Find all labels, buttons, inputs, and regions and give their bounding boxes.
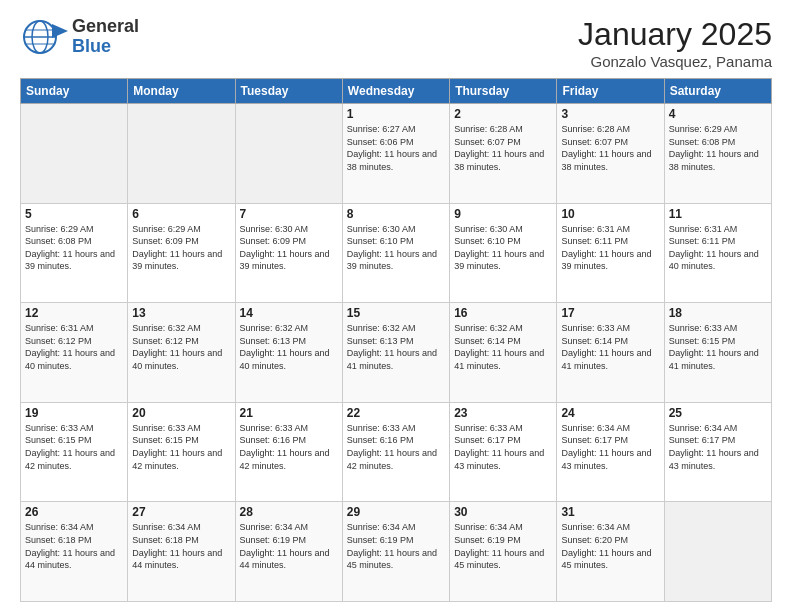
day-number: 24 xyxy=(561,406,659,420)
calendar-week-row: 12Sunrise: 6:31 AMSunset: 6:12 PMDayligh… xyxy=(21,303,772,403)
day-info: Sunrise: 6:32 AMSunset: 6:13 PMDaylight:… xyxy=(347,322,445,372)
day-info: Sunrise: 6:34 AMSunset: 6:20 PMDaylight:… xyxy=(561,521,659,571)
table-row: 14Sunrise: 6:32 AMSunset: 6:13 PMDayligh… xyxy=(235,303,342,403)
day-number: 8 xyxy=(347,207,445,221)
day-number: 30 xyxy=(454,505,552,519)
day-info: Sunrise: 6:32 AMSunset: 6:14 PMDaylight:… xyxy=(454,322,552,372)
day-number: 20 xyxy=(132,406,230,420)
logo-blue: Blue xyxy=(72,37,139,57)
logo-text: General Blue xyxy=(72,17,139,57)
page: General Blue January 2025 Gonzalo Vasque… xyxy=(0,0,792,612)
day-number: 27 xyxy=(132,505,230,519)
day-number: 1 xyxy=(347,107,445,121)
day-number: 6 xyxy=(132,207,230,221)
title-block: January 2025 Gonzalo Vasquez, Panama xyxy=(578,16,772,70)
day-info: Sunrise: 6:29 AMSunset: 6:08 PMDaylight:… xyxy=(25,223,123,273)
day-info: Sunrise: 6:29 AMSunset: 6:08 PMDaylight:… xyxy=(669,123,767,173)
day-number: 2 xyxy=(454,107,552,121)
month-title: January 2025 xyxy=(578,16,772,53)
table-row: 9Sunrise: 6:30 AMSunset: 6:10 PMDaylight… xyxy=(450,203,557,303)
table-row: 20Sunrise: 6:33 AMSunset: 6:15 PMDayligh… xyxy=(128,402,235,502)
day-number: 11 xyxy=(669,207,767,221)
day-info: Sunrise: 6:34 AMSunset: 6:17 PMDaylight:… xyxy=(669,422,767,472)
day-info: Sunrise: 6:34 AMSunset: 6:19 PMDaylight:… xyxy=(240,521,338,571)
table-row: 13Sunrise: 6:32 AMSunset: 6:12 PMDayligh… xyxy=(128,303,235,403)
table-row: 23Sunrise: 6:33 AMSunset: 6:17 PMDayligh… xyxy=(450,402,557,502)
day-number: 10 xyxy=(561,207,659,221)
location-subtitle: Gonzalo Vasquez, Panama xyxy=(578,53,772,70)
day-number: 26 xyxy=(25,505,123,519)
day-number: 5 xyxy=(25,207,123,221)
table-row: 7Sunrise: 6:30 AMSunset: 6:09 PMDaylight… xyxy=(235,203,342,303)
day-number: 12 xyxy=(25,306,123,320)
day-info: Sunrise: 6:34 AMSunset: 6:18 PMDaylight:… xyxy=(25,521,123,571)
day-info: Sunrise: 6:33 AMSunset: 6:15 PMDaylight:… xyxy=(132,422,230,472)
day-info: Sunrise: 6:30 AMSunset: 6:09 PMDaylight:… xyxy=(240,223,338,273)
table-row: 17Sunrise: 6:33 AMSunset: 6:14 PMDayligh… xyxy=(557,303,664,403)
table-row: 3Sunrise: 6:28 AMSunset: 6:07 PMDaylight… xyxy=(557,104,664,204)
table-row: 6Sunrise: 6:29 AMSunset: 6:09 PMDaylight… xyxy=(128,203,235,303)
day-info: Sunrise: 6:34 AMSunset: 6:19 PMDaylight:… xyxy=(454,521,552,571)
calendar-week-row: 5Sunrise: 6:29 AMSunset: 6:08 PMDaylight… xyxy=(21,203,772,303)
day-number: 17 xyxy=(561,306,659,320)
day-info: Sunrise: 6:32 AMSunset: 6:13 PMDaylight:… xyxy=(240,322,338,372)
day-info: Sunrise: 6:34 AMSunset: 6:17 PMDaylight:… xyxy=(561,422,659,472)
day-number: 16 xyxy=(454,306,552,320)
table-row xyxy=(664,502,771,602)
calendar-week-row: 1Sunrise: 6:27 AMSunset: 6:06 PMDaylight… xyxy=(21,104,772,204)
table-row: 22Sunrise: 6:33 AMSunset: 6:16 PMDayligh… xyxy=(342,402,449,502)
weekday-header-row: Sunday Monday Tuesday Wednesday Thursday… xyxy=(21,79,772,104)
svg-marker-5 xyxy=(52,24,68,38)
day-info: Sunrise: 6:33 AMSunset: 6:16 PMDaylight:… xyxy=(347,422,445,472)
day-number: 21 xyxy=(240,406,338,420)
day-number: 18 xyxy=(669,306,767,320)
table-row: 24Sunrise: 6:34 AMSunset: 6:17 PMDayligh… xyxy=(557,402,664,502)
day-number: 4 xyxy=(669,107,767,121)
day-info: Sunrise: 6:33 AMSunset: 6:14 PMDaylight:… xyxy=(561,322,659,372)
table-row: 26Sunrise: 6:34 AMSunset: 6:18 PMDayligh… xyxy=(21,502,128,602)
day-number: 29 xyxy=(347,505,445,519)
day-number: 3 xyxy=(561,107,659,121)
day-info: Sunrise: 6:30 AMSunset: 6:10 PMDaylight:… xyxy=(454,223,552,273)
day-info: Sunrise: 6:28 AMSunset: 6:07 PMDaylight:… xyxy=(454,123,552,173)
day-number: 28 xyxy=(240,505,338,519)
day-info: Sunrise: 6:31 AMSunset: 6:12 PMDaylight:… xyxy=(25,322,123,372)
table-row: 21Sunrise: 6:33 AMSunset: 6:16 PMDayligh… xyxy=(235,402,342,502)
table-row xyxy=(235,104,342,204)
table-row: 11Sunrise: 6:31 AMSunset: 6:11 PMDayligh… xyxy=(664,203,771,303)
header-friday: Friday xyxy=(557,79,664,104)
day-info: Sunrise: 6:31 AMSunset: 6:11 PMDaylight:… xyxy=(669,223,767,273)
day-info: Sunrise: 6:31 AMSunset: 6:11 PMDaylight:… xyxy=(561,223,659,273)
table-row: 25Sunrise: 6:34 AMSunset: 6:17 PMDayligh… xyxy=(664,402,771,502)
table-row xyxy=(128,104,235,204)
table-row: 16Sunrise: 6:32 AMSunset: 6:14 PMDayligh… xyxy=(450,303,557,403)
table-row: 27Sunrise: 6:34 AMSunset: 6:18 PMDayligh… xyxy=(128,502,235,602)
header-monday: Monday xyxy=(128,79,235,104)
day-info: Sunrise: 6:33 AMSunset: 6:15 PMDaylight:… xyxy=(669,322,767,372)
table-row: 30Sunrise: 6:34 AMSunset: 6:19 PMDayligh… xyxy=(450,502,557,602)
header-thursday: Thursday xyxy=(450,79,557,104)
logo: General Blue xyxy=(20,16,139,58)
day-info: Sunrise: 6:27 AMSunset: 6:06 PMDaylight:… xyxy=(347,123,445,173)
header-wednesday: Wednesday xyxy=(342,79,449,104)
globe-icon xyxy=(20,16,68,58)
table-row: 5Sunrise: 6:29 AMSunset: 6:08 PMDaylight… xyxy=(21,203,128,303)
day-number: 14 xyxy=(240,306,338,320)
header-tuesday: Tuesday xyxy=(235,79,342,104)
table-row: 1Sunrise: 6:27 AMSunset: 6:06 PMDaylight… xyxy=(342,104,449,204)
day-info: Sunrise: 6:34 AMSunset: 6:19 PMDaylight:… xyxy=(347,521,445,571)
table-row: 28Sunrise: 6:34 AMSunset: 6:19 PMDayligh… xyxy=(235,502,342,602)
day-info: Sunrise: 6:33 AMSunset: 6:16 PMDaylight:… xyxy=(240,422,338,472)
day-number: 23 xyxy=(454,406,552,420)
table-row: 12Sunrise: 6:31 AMSunset: 6:12 PMDayligh… xyxy=(21,303,128,403)
day-number: 25 xyxy=(669,406,767,420)
table-row: 31Sunrise: 6:34 AMSunset: 6:20 PMDayligh… xyxy=(557,502,664,602)
table-row: 4Sunrise: 6:29 AMSunset: 6:08 PMDaylight… xyxy=(664,104,771,204)
table-row: 29Sunrise: 6:34 AMSunset: 6:19 PMDayligh… xyxy=(342,502,449,602)
day-info: Sunrise: 6:32 AMSunset: 6:12 PMDaylight:… xyxy=(132,322,230,372)
table-row: 2Sunrise: 6:28 AMSunset: 6:07 PMDaylight… xyxy=(450,104,557,204)
table-row: 10Sunrise: 6:31 AMSunset: 6:11 PMDayligh… xyxy=(557,203,664,303)
logo-general: General xyxy=(72,17,139,37)
table-row: 8Sunrise: 6:30 AMSunset: 6:10 PMDaylight… xyxy=(342,203,449,303)
calendar-week-row: 26Sunrise: 6:34 AMSunset: 6:18 PMDayligh… xyxy=(21,502,772,602)
